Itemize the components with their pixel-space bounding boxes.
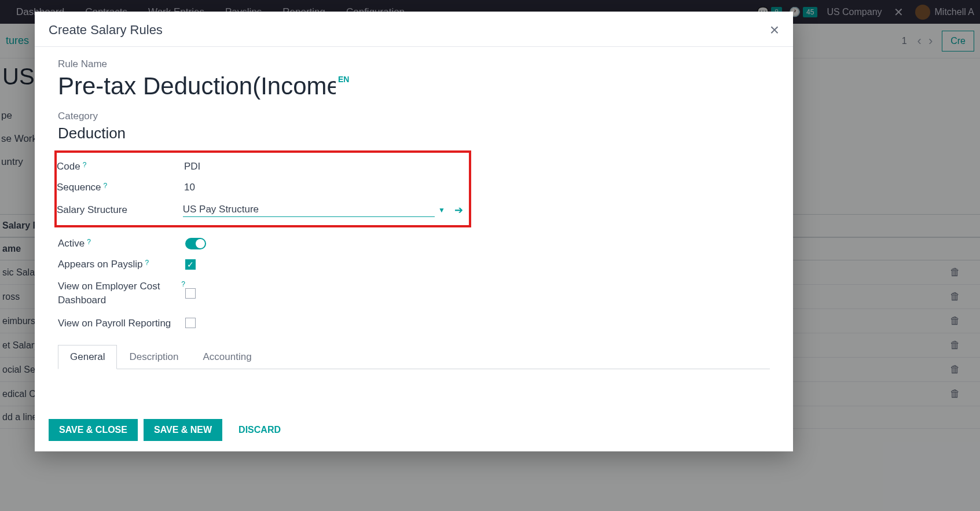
close-icon[interactable]: × bbox=[770, 22, 779, 38]
help-icon[interactable]: ? bbox=[83, 161, 87, 169]
modal-body: Rule Name EN Category Deduction Code? PD… bbox=[35, 47, 793, 409]
sequence-value[interactable]: 10 bbox=[184, 182, 195, 193]
employer-cost-checkbox[interactable] bbox=[185, 288, 196, 299]
external-link-icon[interactable]: ➔ bbox=[454, 204, 463, 216]
dropdown-caret-icon[interactable]: ▼ bbox=[438, 206, 445, 214]
code-label: Code bbox=[57, 161, 80, 172]
tab-general[interactable]: General bbox=[58, 345, 117, 369]
category-label: Category bbox=[58, 111, 770, 122]
appears-on-payslip-checkbox[interactable]: ✓ bbox=[185, 259, 196, 270]
active-label: Active bbox=[58, 238, 85, 249]
help-icon[interactable]: ? bbox=[87, 238, 91, 246]
payroll-reporting-checkbox[interactable] bbox=[185, 318, 196, 328]
sequence-label: Sequence bbox=[57, 182, 101, 193]
save-new-button[interactable]: SAVE & NEW bbox=[144, 419, 222, 441]
salary-structure-label: Salary Structure bbox=[57, 204, 183, 216]
modal-footer: SAVE & CLOSE SAVE & NEW DISCARD bbox=[35, 409, 793, 451]
modal-title: Create Salary Rules bbox=[49, 23, 770, 38]
create-salary-rule-modal: Create Salary Rules × Rule Name EN Categ… bbox=[35, 12, 793, 451]
rule-name-label: Rule Name bbox=[58, 58, 770, 70]
payroll-reporting-label: View on Payroll Reporting bbox=[58, 317, 185, 330]
category-value[interactable]: Deduction bbox=[58, 124, 770, 142]
language-badge[interactable]: EN bbox=[338, 75, 349, 84]
tab-description[interactable]: Description bbox=[117, 345, 190, 369]
appears-on-payslip-label: Appears on Payslip bbox=[58, 259, 142, 270]
salary-structure-input[interactable] bbox=[183, 203, 435, 217]
rule-name-input[interactable] bbox=[58, 72, 336, 100]
help-icon[interactable]: ? bbox=[181, 280, 185, 289]
save-close-button[interactable]: SAVE & CLOSE bbox=[49, 419, 138, 441]
detail-tabs: General Description Accounting bbox=[58, 345, 770, 369]
employer-cost-label: View on Employer Cost Dashboard bbox=[58, 280, 179, 307]
help-icon[interactable]: ? bbox=[104, 182, 108, 190]
active-toggle[interactable] bbox=[185, 238, 206, 249]
code-value[interactable]: PDI bbox=[184, 161, 200, 172]
discard-button[interactable]: DISCARD bbox=[228, 419, 291, 441]
help-icon[interactable]: ? bbox=[145, 259, 149, 267]
tab-accounting[interactable]: Accounting bbox=[191, 345, 264, 369]
modal-header: Create Salary Rules × bbox=[35, 12, 793, 47]
highlighted-section: Code? PDI Sequence? 10 Salary Structure … bbox=[54, 150, 471, 227]
